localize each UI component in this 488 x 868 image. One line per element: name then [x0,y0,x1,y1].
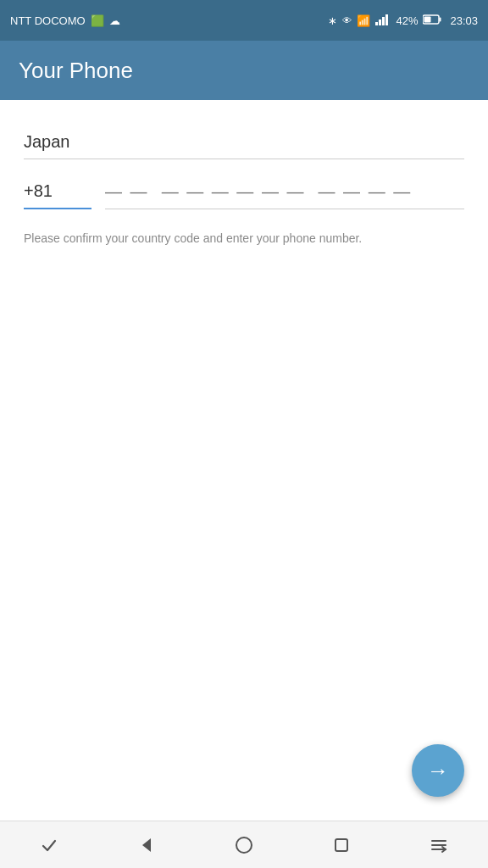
svg-point-8 [236,837,252,853]
nav-menu-icon[interactable] [418,828,460,862]
svg-rect-0 [375,22,378,25]
country-input[interactable] [24,127,464,159]
nav-bar [0,821,488,868]
nav-back-icon[interactable] [125,828,168,862]
country-field-group [24,127,464,159]
status-bar: NTT DOCOMO 🟩 ☁ ∗ 👁 📶 42% 23:03 [0,0,488,41]
phone-row [24,176,464,209]
svg-rect-2 [382,17,385,25]
svg-marker-7 [142,838,151,852]
country-code-input[interactable] [24,176,92,209]
nav-home-icon[interactable] [223,828,265,862]
line-icon: 🟩 [91,14,104,27]
bluetooth-icon: ∗ [328,14,337,27]
status-bar-right: ∗ 👁 📶 42% 23:03 [328,14,478,28]
carrier-label: NTT DOCOMO [10,14,86,27]
arrow-icon: → [427,758,449,784]
hint-text: Please confirm your country code and ent… [24,230,464,248]
nav-check-icon[interactable] [28,828,70,862]
svg-rect-5 [440,17,441,21]
status-bar-left: NTT DOCOMO 🟩 ☁ [10,14,120,27]
nav-recent-icon[interactable] [320,828,363,862]
svg-rect-6 [424,16,431,22]
page-title: Your Phone [19,58,133,84]
time-label: 23:03 [450,14,478,27]
battery-icon [423,14,441,27]
battery-percentage: 42% [396,14,418,27]
app-bar: Your Phone [0,41,488,100]
eye-icon: 👁 [342,15,352,25]
next-button[interactable]: → [412,744,464,797]
cloud-icon: ☁ [109,14,120,27]
main-content: Please confirm your country code and ent… [0,100,488,821]
phone-number-input[interactable] [105,177,464,209]
signal-icon [375,14,391,28]
svg-rect-9 [336,839,347,851]
wifi-icon: 📶 [357,14,370,27]
svg-rect-1 [379,19,381,25]
svg-rect-3 [385,14,388,25]
